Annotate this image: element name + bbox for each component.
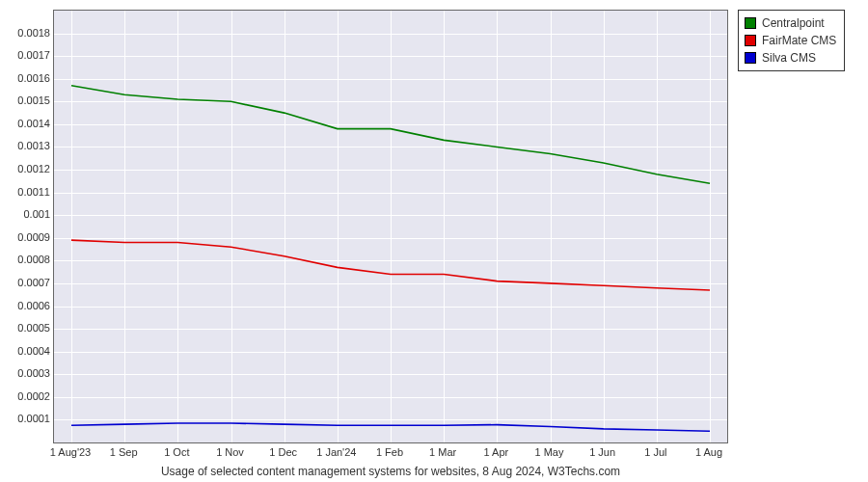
chart-container: { "caption": "Usage of selected content … <box>0 0 868 482</box>
legend-item: FairMate CMS <box>745 32 836 49</box>
x-tick-label: 1 Sep <box>110 446 138 458</box>
y-tick-label: 0.0017 <box>4 49 50 61</box>
y-tick-label: 0.0016 <box>4 72 50 84</box>
y-tick-label: 0.0015 <box>4 94 50 106</box>
x-tick-label: 1 Jan'24 <box>316 446 356 458</box>
y-tick-label: 0.0005 <box>4 322 50 334</box>
x-tick-label: 1 Jul <box>644 446 666 458</box>
y-tick-label: 0.0003 <box>4 367 50 379</box>
legend-label: Silva CMS <box>762 49 816 67</box>
y-tick-label: 0.0009 <box>4 231 50 243</box>
x-tick-label: 1 Apr <box>483 446 508 458</box>
y-tick-label: 0.0012 <box>4 163 50 174</box>
x-tick-label: 1 Mar <box>429 446 456 458</box>
y-tick-label: 0.0002 <box>4 390 50 402</box>
y-tick-label: 0.0001 <box>4 413 50 424</box>
y-tick-label: 0.0013 <box>4 140 50 151</box>
x-tick-label: 1 Oct <box>164 446 189 458</box>
x-tick-label: 1 Jun <box>589 446 615 458</box>
legend-item: Silva CMS <box>745 49 836 67</box>
legend-swatch <box>745 17 756 29</box>
series-silva-cms <box>71 423 710 431</box>
y-tick-label: 0.0007 <box>4 277 50 288</box>
x-tick-label: 1 May <box>535 446 564 458</box>
legend-swatch <box>745 35 756 46</box>
y-tick-label: 0.0011 <box>4 186 50 198</box>
legend: CentralpointFairMate CMSSilva CMS <box>738 10 845 71</box>
y-tick-label: 0.0004 <box>4 345 50 357</box>
legend-label: Centralpoint <box>762 14 825 32</box>
x-tick-label: 1 Aug'23 <box>50 446 91 458</box>
y-tick-label: 0.0018 <box>4 27 50 39</box>
y-tick-label: 0.001 <box>4 208 50 220</box>
x-tick-label: 1 Feb <box>376 446 403 458</box>
plot-area <box>53 10 728 443</box>
legend-swatch <box>745 52 756 64</box>
y-tick-label: 0.0006 <box>4 300 50 311</box>
x-tick-label: 1 Dec <box>269 446 297 458</box>
x-tick-label: 1 Nov <box>216 446 244 458</box>
chart-caption: Usage of selected content management sys… <box>0 465 781 478</box>
series-fairmate-cms <box>71 240 710 290</box>
legend-label: FairMate CMS <box>762 32 836 49</box>
x-tick-label: 1 Aug <box>695 446 722 458</box>
y-tick-label: 0.0008 <box>4 254 50 265</box>
series-centralpoint <box>71 86 710 183</box>
y-tick-label: 0.0014 <box>4 118 50 129</box>
line-series <box>54 11 727 442</box>
legend-item: Centralpoint <box>745 14 836 32</box>
